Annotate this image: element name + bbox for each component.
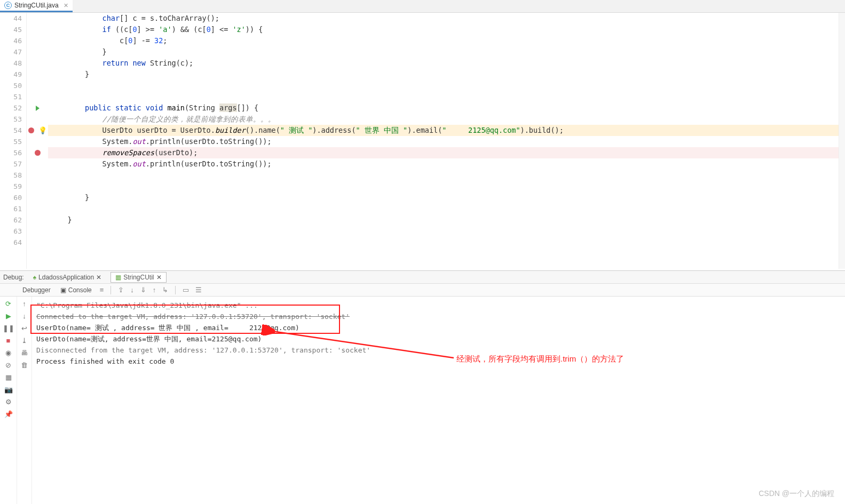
- java-class-icon: C: [4, 2, 12, 9]
- pause-icon[interactable]: ❚❚: [3, 324, 14, 332]
- debug-body: ⟳ ▶ ❚❚ ■ ◉ ⊘ ▦ 📷 ⚙ 📌 ↑ ↓ ↩ ⤓ 🖶 🗑 "C:\Pro…: [0, 297, 845, 504]
- force-step-icon[interactable]: ⇓: [139, 286, 148, 294]
- line-number: 48: [0, 58, 26, 69]
- annotation-arrow: [32, 297, 512, 403]
- line-number: 45: [0, 24, 26, 35]
- debug-config-tab[interactable]: ♠LdadossApplication✕: [28, 272, 106, 283]
- code-editor[interactable]: 44 45 46 47 48 49 50 51 52 53 54 55 56 5…: [0, 13, 845, 269]
- up-icon[interactable]: ↑: [22, 300, 26, 308]
- debug-toolbar: Debugger ▣Console ≡ ⇪ ↓ ⇓ ↑ ↳ ▭ ☰: [0, 284, 845, 297]
- step-into-icon[interactable]: ↓: [129, 286, 136, 294]
- stop-icon[interactable]: ■: [6, 337, 11, 345]
- run-to-cursor-icon[interactable]: ↳: [161, 286, 170, 294]
- line-number: 51: [0, 91, 26, 102]
- line-number: 59: [0, 181, 26, 192]
- line-number: 56: [0, 147, 26, 158]
- annotation-text: 经测试，所有字段均有调用到.trim（）的方法了: [456, 353, 624, 364]
- code-text-area[interactable]: char[] c = s.toCharArray(); if ((c[0] >=…: [48, 13, 845, 269]
- app-icon: ▦: [115, 274, 121, 281]
- print-icon[interactable]: 🖶: [21, 349, 28, 357]
- mute-breakpoints-icon[interactable]: ⊘: [5, 361, 11, 369]
- line-number: 49: [0, 69, 26, 80]
- breakpoint-icon[interactable]: [35, 150, 41, 156]
- watermark: CSDN @一个人的编程: [759, 489, 834, 499]
- close-icon[interactable]: ✕: [96, 274, 101, 281]
- debugger-tab[interactable]: Debugger: [19, 285, 54, 295]
- line-number-gutter: 44 45 46 47 48 49 50 51 52 53 54 55 56 5…: [0, 13, 27, 269]
- editor-overview-ruler[interactable]: [839, 13, 845, 269]
- layout-icon[interactable]: ▦: [5, 373, 12, 381]
- line-number: 47: [0, 46, 26, 58]
- line-number: 52: [0, 102, 26, 114]
- evaluate-icon[interactable]: ▭: [181, 286, 191, 294]
- line-number: 64: [0, 237, 26, 248]
- breakpoint-icon[interactable]: [28, 127, 34, 133]
- close-icon[interactable]: ✕: [64, 2, 68, 9]
- debug-left-rail: ⟳ ▶ ❚❚ ■ ◉ ⊘ ▦ 📷 ⚙ 📌: [0, 297, 17, 504]
- line-number: 55: [0, 136, 26, 147]
- debug-config-tab-active[interactable]: ▦StringCUtil✕: [110, 272, 166, 283]
- run-gutter-icon[interactable]: [36, 106, 40, 111]
- console-icon: ▣: [60, 286, 66, 294]
- line-number: 54: [0, 125, 26, 136]
- debug-label: Debug:: [3, 274, 24, 281]
- scroll-end-icon[interactable]: ⤓: [21, 337, 27, 345]
- line-number: 44: [0, 13, 26, 24]
- editor-tab-bar: C StringCUtil.java ✕: [0, 0, 845, 13]
- line-number: 46: [0, 35, 26, 46]
- step-over-icon[interactable]: ⇪: [116, 286, 125, 294]
- spring-icon: ♠: [33, 274, 36, 281]
- console-left-rail: ↑ ↓ ↩ ⤓ 🖶 🗑: [17, 297, 32, 504]
- rerun-icon[interactable]: ⟳: [5, 300, 11, 308]
- down-icon[interactable]: ↓: [22, 312, 26, 320]
- resume-icon[interactable]: ▶: [6, 312, 11, 320]
- line-number: 60: [0, 192, 26, 203]
- settings-icon[interactable]: ⚙: [5, 398, 12, 406]
- line-number: 63: [0, 226, 26, 237]
- line-number: 58: [0, 170, 26, 181]
- pin-icon[interactable]: 📌: [4, 410, 13, 418]
- line-number: 61: [0, 203, 26, 214]
- camera-icon[interactable]: 📷: [4, 386, 13, 394]
- line-number: 57: [0, 158, 26, 170]
- soft-wrap-icon[interactable]: ↩: [21, 324, 27, 332]
- line-number: 53: [0, 114, 26, 125]
- intention-bulb-icon[interactable]: 💡: [38, 126, 47, 134]
- debug-header: Debug: ♠LdadossApplication✕ ▦StringCUtil…: [0, 271, 845, 284]
- console-output[interactable]: "C:\Program Files\Java\jdk1.8.0_231\bin\…: [32, 297, 845, 504]
- step-out-icon[interactable]: ↑: [151, 286, 158, 294]
- close-icon[interactable]: ✕: [156, 274, 162, 281]
- svg-line-1: [272, 331, 454, 358]
- threads-icon[interactable]: ≡: [98, 286, 106, 294]
- line-number: 62: [0, 214, 26, 226]
- debug-panel: Debug: ♠LdadossApplication✕ ▦StringCUtil…: [0, 270, 845, 504]
- marker-gutter: 💡: [27, 13, 48, 269]
- more-icon[interactable]: ☰: [194, 286, 203, 294]
- file-tab[interactable]: C StringCUtil.java ✕: [0, 0, 73, 12]
- line-number: 50: [0, 80, 26, 91]
- console-tab[interactable]: ▣Console: [57, 285, 95, 295]
- view-breakpoints-icon[interactable]: ◉: [5, 349, 11, 357]
- clear-icon[interactable]: 🗑: [21, 361, 28, 369]
- tab-filename: StringCUtil.java: [14, 2, 59, 9]
